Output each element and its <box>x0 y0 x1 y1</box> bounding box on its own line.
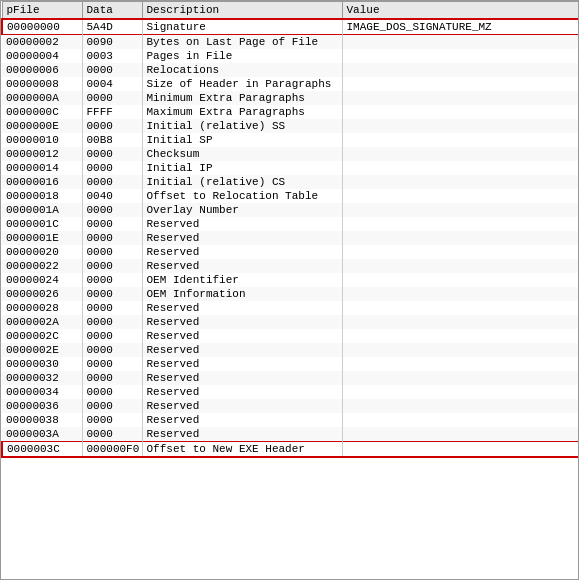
cell-pfile: 00000000 <box>2 19 82 35</box>
cell-value <box>342 105 579 119</box>
cell-description: Reserved <box>142 371 342 385</box>
cell-value <box>342 413 579 427</box>
table-row: 0000000CFFFFMaximum Extra Paragraphs <box>2 105 579 119</box>
cell-data: 0000 <box>82 175 142 189</box>
cell-pfile: 00000020 <box>2 245 82 259</box>
cell-description: Reserved <box>142 301 342 315</box>
cell-data: 0000 <box>82 231 142 245</box>
cell-pfile: 00000032 <box>2 371 82 385</box>
table-row: 000000060000Relocations <box>2 63 579 77</box>
table-row: 0000003A0000Reserved <box>2 427 579 442</box>
cell-value <box>342 49 579 63</box>
cell-pfile: 00000006 <box>2 63 82 77</box>
cell-pfile: 00000022 <box>2 259 82 273</box>
table-row: 000000020090Bytes on Last Page of File <box>2 35 579 50</box>
cell-pfile: 00000010 <box>2 133 82 147</box>
cell-data: 0000 <box>82 315 142 329</box>
table-row: 0000000E0000Initial (relative) SS <box>2 119 579 133</box>
cell-data: 0000 <box>82 259 142 273</box>
cell-data: 0000 <box>82 413 142 427</box>
cell-data: 000000F0 <box>82 442 142 458</box>
cell-data: 0000 <box>82 147 142 161</box>
cell-value <box>342 259 579 273</box>
table-row: 000000220000Reserved <box>2 259 579 273</box>
cell-pfile: 0000003C <box>2 442 82 458</box>
cell-data: 0000 <box>82 301 142 315</box>
cell-description: Reserved <box>142 231 342 245</box>
cell-description: Signature <box>142 19 342 35</box>
cell-value <box>342 273 579 287</box>
cell-description: Overlay Number <box>142 203 342 217</box>
cell-data: 0000 <box>82 371 142 385</box>
cell-value <box>342 91 579 105</box>
cell-value <box>342 119 579 133</box>
cell-description: Reserved <box>142 329 342 343</box>
cell-description: Minimum Extra Paragraphs <box>142 91 342 105</box>
cell-pfile: 00000016 <box>2 175 82 189</box>
cell-value <box>342 203 579 217</box>
cell-pfile: 00000036 <box>2 399 82 413</box>
table-row: 000000200000Reserved <box>2 245 579 259</box>
cell-pfile: 0000000C <box>2 105 82 119</box>
cell-pfile: 0000002C <box>2 329 82 343</box>
cell-description: Reserved <box>142 315 342 329</box>
cell-pfile: 0000001C <box>2 217 82 231</box>
cell-description: Reserved <box>142 259 342 273</box>
cell-description: Reserved <box>142 245 342 259</box>
cell-description: Offset to New EXE Header <box>142 442 342 458</box>
cell-value <box>342 357 579 371</box>
hex-table: pFile Data Description Value 000000005A4… <box>1 1 579 458</box>
table-row: 000000320000Reserved <box>2 371 579 385</box>
cell-value <box>342 329 579 343</box>
cell-value <box>342 147 579 161</box>
cell-pfile: 0000002E <box>2 343 82 357</box>
cell-description: Size of Header in Paragraphs <box>142 77 342 91</box>
table-row: 000000340000Reserved <box>2 385 579 399</box>
cell-pfile: 0000003A <box>2 427 82 442</box>
table-row: 000000120000Checksum <box>2 147 579 161</box>
cell-pfile: 0000000A <box>2 91 82 105</box>
cell-value <box>342 245 579 259</box>
cell-data: 0090 <box>82 35 142 50</box>
cell-data: 0000 <box>82 357 142 371</box>
cell-description: Reserved <box>142 357 342 371</box>
cell-description: Relocations <box>142 63 342 77</box>
cell-pfile: 00000008 <box>2 77 82 91</box>
cell-data: 0000 <box>82 203 142 217</box>
cell-value <box>342 35 579 50</box>
col-header-pfile: pFile <box>2 2 82 20</box>
table-row: 000000160000Initial (relative) CS <box>2 175 579 189</box>
cell-data: 0000 <box>82 273 142 287</box>
table-row: 0000003C000000F0Offset to New EXE Header <box>2 442 579 458</box>
cell-pfile: 00000034 <box>2 385 82 399</box>
cell-data: 0000 <box>82 119 142 133</box>
cell-data: 0000 <box>82 217 142 231</box>
table-row: 0000000A0000Minimum Extra Paragraphs <box>2 91 579 105</box>
cell-data: 0000 <box>82 91 142 105</box>
cell-value <box>342 189 579 203</box>
cell-description: Offset to Relocation Table <box>142 189 342 203</box>
cell-value <box>342 385 579 399</box>
cell-value <box>342 399 579 413</box>
cell-pfile: 00000038 <box>2 413 82 427</box>
table-row: 0000001C0000Reserved <box>2 217 579 231</box>
cell-data: 0000 <box>82 287 142 301</box>
table-row: 000000005A4DSignatureIMAGE_DOS_SIGNATURE… <box>2 19 579 35</box>
cell-value <box>342 315 579 329</box>
table-row: 000000040003Pages in File <box>2 49 579 63</box>
table-row: 0000001A0000Overlay Number <box>2 203 579 217</box>
cell-pfile: 0000001E <box>2 231 82 245</box>
table-row: 0000001000B8Initial SP <box>2 133 579 147</box>
cell-data: 00B8 <box>82 133 142 147</box>
table-row: 0000002E0000Reserved <box>2 343 579 357</box>
cell-data: 0000 <box>82 329 142 343</box>
cell-description: OEM Information <box>142 287 342 301</box>
col-header-value: Value <box>342 2 579 20</box>
cell-value <box>342 442 579 458</box>
cell-value <box>342 427 579 442</box>
table-row: 000000080004Size of Header in Paragraphs <box>2 77 579 91</box>
table-row: 000000140000Initial IP <box>2 161 579 175</box>
cell-value <box>342 287 579 301</box>
cell-value <box>342 231 579 245</box>
cell-data: 0000 <box>82 161 142 175</box>
